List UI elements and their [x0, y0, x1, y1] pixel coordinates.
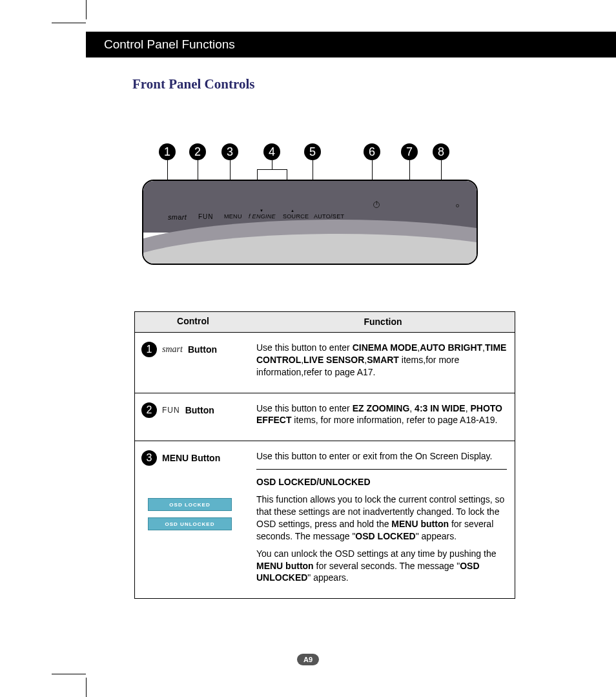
callout-badge-5: 5	[304, 143, 321, 160]
panel-label-menu: MENU	[224, 213, 242, 220]
callout-line	[198, 160, 198, 180]
page-number: A9	[297, 654, 319, 665]
function-cell: Use this button to enter EZ ZOOMING, 4:3…	[251, 393, 515, 441]
callout-badge-6: 6	[364, 143, 380, 160]
function-cell: Use this button to enter CINEMA MODE,AUT…	[251, 333, 515, 393]
row-badge-1: 1	[141, 342, 157, 357]
function-cell: Use this button to enter or exit from th…	[251, 441, 515, 598]
row-badge-2: 2	[141, 402, 157, 418]
function-text: Use this button to enter CINEMA MODE,AUT…	[256, 342, 507, 379]
table-row: 1 smart Button Use this button to enter …	[135, 333, 515, 393]
osd-subtitle: OSD LOCKED/UNLOCKED	[256, 477, 371, 487]
callout-badge-2: 2	[189, 143, 206, 160]
panel-label-smart: smart	[168, 213, 187, 221]
controls-table: Control Function 1 smart Button Use this…	[134, 311, 515, 599]
crop-mark	[52, 674, 86, 674]
callout-line	[230, 160, 231, 180]
control-label: MENU Button	[162, 453, 220, 463]
front-panel-illustration: smart FUN MENU f ENGINE ▼ SOURCE ▲ AUTO/…	[142, 180, 478, 265]
callout-line	[257, 169, 258, 180]
crop-mark	[52, 23, 86, 23]
page-header: Control Panel Functions	[86, 32, 616, 57]
osd-locked-badge: OSD LOCKED	[148, 498, 232, 511]
callout-bracket	[257, 169, 287, 170]
function-text: Use this button to enter EZ ZOOMING, 4:3…	[256, 402, 507, 427]
down-arrow-icon: ▼	[260, 209, 263, 213]
callout-badge-7: 7	[401, 143, 418, 160]
callout-badge-4: 4	[263, 143, 280, 160]
callout-line	[272, 160, 272, 169]
callout-line	[372, 160, 373, 180]
panel-label-engine: f ENGINE	[249, 213, 276, 220]
crop-mark	[86, 0, 87, 19]
page-header-title: Control Panel Functions	[104, 37, 235, 52]
fun-icon: FUN	[162, 406, 180, 415]
callout-line	[167, 160, 168, 180]
table-row: 2 FUN Button Use this button to enter EZ…	[135, 393, 515, 442]
led-indicator-icon	[456, 204, 459, 207]
osd-paragraph: This function allows you to lock the cur…	[256, 494, 507, 543]
panel-label-fun: FUN	[198, 213, 214, 220]
control-label: Button	[185, 405, 214, 415]
function-text: Use this button to enter or exit from th…	[256, 450, 507, 463]
power-icon	[373, 202, 380, 208]
section-title: Front Panel Controls	[132, 76, 254, 92]
row-badge-3: 3	[141, 450, 157, 466]
table-header: Control Function	[135, 312, 515, 333]
th-function: Function	[251, 312, 515, 332]
callout-line	[287, 169, 287, 180]
osd-unlocked-badge: OSD UNLOCKED	[148, 517, 232, 530]
control-label: Button	[188, 344, 217, 355]
callout-badge-8: 8	[433, 143, 449, 160]
callout-badge-3: 3	[221, 143, 238, 160]
th-control: Control	[135, 312, 251, 332]
panel-label-autoset: AUTO/SET	[314, 213, 344, 220]
callout-line	[441, 160, 442, 180]
osd-paragraph: You can unlock the OSD settings at any t…	[256, 548, 507, 585]
panel-label-source: SOURCE	[283, 213, 309, 220]
up-arrow-icon: ▲	[291, 209, 294, 213]
callout-badge-1: 1	[159, 143, 176, 160]
callout-line	[313, 160, 313, 180]
smart-icon: smart	[162, 344, 183, 355]
table-row: 3 MENU Button OSD LOCKED OSD UNLOCKED Us…	[135, 441, 515, 598]
crop-mark	[86, 678, 87, 697]
